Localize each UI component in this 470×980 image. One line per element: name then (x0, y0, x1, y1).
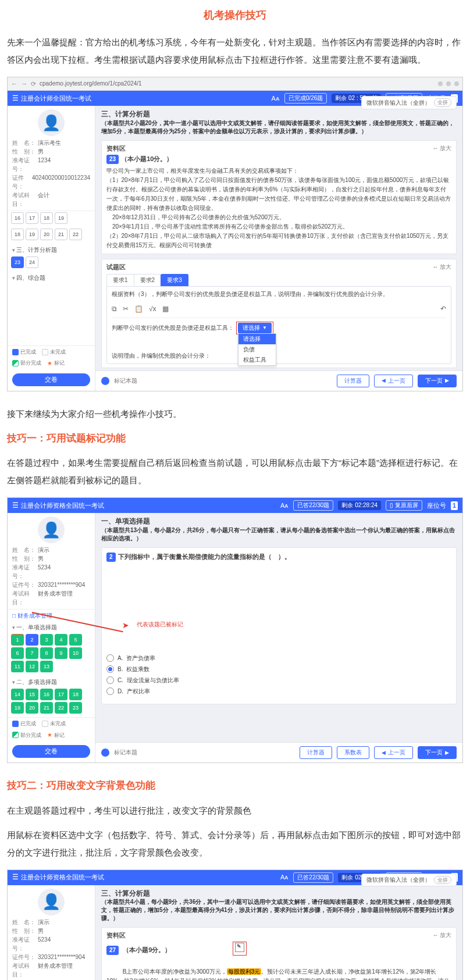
material-panel: 资料区 ↔ 放大 27 （本小题9分。） B上市公司本年度的净收益为3000万元… (101, 927, 457, 980)
font-size-icon[interactable]: Aᴀ (280, 873, 289, 882)
expand-btn[interactable]: ↔ 放大 (432, 144, 451, 152)
qcell[interactable]: 12 (26, 661, 38, 672)
formula-icon[interactable]: √x (149, 304, 156, 314)
qcell[interactable]: 17 (26, 212, 38, 224)
dd-option[interactable]: 请选择 (238, 334, 276, 344)
arrow-left-icon: ◀ (382, 377, 386, 384)
qcell[interactable]: 23 (69, 702, 82, 714)
section-2-label[interactable]: ▾二、多项选择题 (8, 676, 95, 687)
qcell[interactable]: 22 (69, 229, 82, 240)
calc-button[interactable]: 计算器 (337, 375, 369, 387)
qcell[interactable]: 6 (11, 647, 24, 659)
qcell[interactable]: 10 (69, 647, 82, 659)
table-icon[interactable]: ▦ (162, 304, 169, 314)
qcell[interactable]: 7 (26, 647, 38, 659)
qcell[interactable]: 21 (55, 229, 67, 240)
prev-button[interactable]: ◀上一页 (374, 746, 413, 759)
subject-link[interactable]: □ 财务成本管理 (8, 610, 95, 621)
section-3-label[interactable]: ▾三、计算分析题 (8, 244, 95, 255)
qcell[interactable]: 9 (55, 647, 67, 659)
main-area: 三、计算分析题 （本题型共2小题20分，其中一道小题可以选用中文或英文解答，请仔… (95, 106, 462, 390)
nav-reload-icon[interactable]: ⟳ (31, 80, 36, 88)
section-1-label[interactable]: ▾一、单项选择题 (8, 621, 95, 633)
copy-icon[interactable]: ⧉ (112, 304, 117, 314)
tab-req1[interactable]: 要求1 (106, 274, 134, 286)
menu-icon[interactable]: ☰ (12, 501, 19, 511)
menu-icon[interactable]: ☰ (12, 94, 19, 104)
task-text: 根据资料（3），判断甲公司发行的优先股是负债还是权益工具，说明理由，并编制发行优… (112, 290, 446, 302)
table-button[interactable]: 系数表 (337, 746, 369, 759)
menu-icon[interactable]: ☰ (12, 872, 19, 882)
avatar: 👤 (38, 516, 65, 543)
qcell[interactable]: 19 (11, 702, 24, 714)
next-button[interactable]: 下一页▶ (418, 746, 457, 759)
section-4-label[interactable]: ▾四、综合题 (8, 272, 95, 283)
ime-indicator[interactable]: 微软拼音输入法（全拼）全拼 (361, 96, 457, 109)
qcell[interactable]: 11 (11, 661, 24, 672)
submit-button[interactable]: 交卷 (12, 745, 90, 758)
ime-indicator[interactable]: 微软拼音输入法（全拼）全拼 (361, 874, 457, 887)
annotate-icon[interactable] (235, 943, 244, 952)
font-size-icon[interactable]: Aᴀ (280, 501, 289, 510)
qcell[interactable]: 17 (55, 689, 67, 700)
next-button[interactable]: 下一页▶ (418, 375, 457, 387)
qcell[interactable]: 5 (69, 634, 82, 646)
arrow-left-icon: ◀ (382, 749, 386, 757)
qcell[interactable]: 19 (26, 229, 38, 240)
option-b[interactable]: B. 权益乘数 (106, 664, 451, 675)
option-a[interactable]: A. 资产负债率 (106, 653, 451, 664)
mark-label[interactable]: 标记本题 (114, 377, 137, 385)
tab-req2[interactable]: 要求2 (134, 274, 162, 286)
qcell[interactable]: 2 (26, 634, 38, 646)
nav-back-icon[interactable]: ← (11, 80, 17, 88)
material-text: B上市公司本年度的净收益为3000万元，每股股利3元。预计公司未来三年进入成长期… (106, 956, 451, 980)
undo-icon[interactable]: ↶ (440, 304, 446, 314)
seat-number: 1 (451, 501, 458, 510)
qcell[interactable]: 4 (55, 634, 67, 646)
qcell[interactable]: 24 (26, 256, 38, 268)
answer-dropdown[interactable]: 请选择▼ 请选择 负债 权益工具 (238, 323, 272, 333)
dd-option[interactable]: 权益工具 (238, 355, 276, 365)
calc-button[interactable]: 计算器 (300, 746, 332, 759)
option-c[interactable]: C. 现金流量与负债比率 (106, 675, 451, 686)
question-stem: 下列指标中，属于衡量长期偿债能力的流量指标的是（ ）。 (118, 553, 291, 560)
qcell[interactable]: 8 (40, 647, 53, 659)
tip2-body2: 用鼠标在资料区选中文字（包括数字、符号、算式、会计分录等）后，再用鼠标点击如下图… (0, 823, 470, 865)
cut-icon[interactable]: ✂ (123, 304, 129, 314)
qcell[interactable]: 19 (55, 212, 67, 224)
paste-icon[interactable]: 📋 (134, 304, 143, 314)
dd-option[interactable]: 负债 (238, 344, 276, 355)
qcell[interactable]: 18 (40, 212, 53, 224)
qcell[interactable]: 3 (40, 634, 53, 646)
nav-fwd-icon[interactable]: → (21, 80, 27, 88)
qcell[interactable]: 22 (55, 702, 67, 714)
url-field[interactable]: cpademo.joytest.org/demo/1/cpa2024/1 (40, 80, 435, 88)
expand-btn[interactable]: ↔ 放大 (432, 263, 451, 271)
prev-button[interactable]: ◀上一页 (374, 375, 413, 387)
expand-btn[interactable]: ↔ 放大 (432, 931, 451, 939)
chevron-down-icon: ▾ (12, 624, 15, 632)
qcell[interactable]: 21 (40, 702, 53, 714)
qcell[interactable]: 16 (40, 689, 53, 700)
mark-flag-icon[interactable] (101, 377, 109, 385)
qcell[interactable]: 1 (11, 634, 24, 646)
annotate-button-highlight (233, 942, 247, 956)
submit-button[interactable]: 交卷 (12, 373, 90, 386)
mark-label[interactable]: 标记本题 (114, 749, 137, 757)
dropdown-highlight: 请选择▼ 请选择 负债 权益工具 (236, 322, 273, 334)
qcell[interactable]: 15 (26, 689, 38, 700)
qcell[interactable]: 14 (11, 689, 24, 700)
qcell[interactable]: 18 (11, 229, 24, 240)
tab-req3[interactable]: 要求3 (161, 274, 188, 286)
mark-flag-icon[interactable] (101, 749, 109, 757)
qcell[interactable]: 20 (40, 229, 53, 240)
fullscreen-btn[interactable]: ▯ 复原后屏 (386, 500, 422, 511)
option-d[interactable]: D. 产权比率 (106, 686, 451, 697)
question-heading: 一、单项选择题 (95, 513, 462, 526)
qcell[interactable]: 20 (26, 702, 38, 714)
qcell[interactable]: 23 (11, 256, 24, 268)
font-size-icon[interactable]: Aᴀ (271, 94, 279, 103)
qcell[interactable]: 18 (69, 689, 82, 700)
qcell[interactable]: 16 (11, 212, 24, 224)
qcell[interactable]: 13 (40, 661, 53, 672)
